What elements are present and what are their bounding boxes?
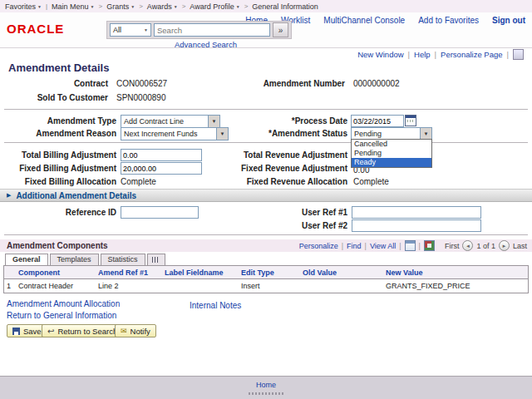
breadcrumb-item-grants[interactable]: Grants▼ [106, 2, 135, 11]
additional-details-section-header[interactable]: ▶ Additional Amendment Details [0, 189, 532, 202]
help-link[interactable]: Help [414, 50, 431, 59]
chevron-down-icon: ▼ [174, 4, 178, 9]
portal-footer: Home [0, 376, 532, 399]
sign-out-link[interactable]: Sign out [492, 16, 525, 25]
process-date-label: *Process Date [249, 116, 347, 126]
column-header-label-fieldname[interactable]: Label Fieldname [162, 266, 239, 279]
fixed-billing-adjustment-input[interactable] [121, 162, 202, 175]
search-go-button[interactable]: » [273, 22, 288, 37]
breadcrumb-favorites[interactable]: Favorites▼ [5, 2, 42, 11]
download-to-excel-icon[interactable] [424, 240, 435, 251]
view-all-link[interactable]: View All [370, 242, 396, 250]
portal-header: Home Worklist MultiChannel Console Add t… [0, 12, 532, 48]
total-billing-adjustment-input[interactable] [121, 149, 202, 161]
chevron-down-icon: ▼ [216, 128, 228, 140]
amendment-type-label: Amendment Type [17, 116, 116, 126]
column-header-new-value[interactable]: New Value [383, 266, 528, 279]
user-ref2-input[interactable] [352, 219, 481, 232]
personalize-link[interactable]: Personalize [299, 242, 338, 250]
breadcrumb-separator: > [244, 2, 249, 10]
components-grid: Component Amend Ref #1 Label Fieldname E… [3, 265, 529, 293]
first-row-icon[interactable]: ◄ [462, 240, 473, 251]
user-ref2-label: User Ref #2 [274, 221, 347, 230]
tab-templates[interactable]: Templates [50, 254, 99, 266]
footer-home-link[interactable]: Home [256, 381, 276, 389]
user-ref1-label: User Ref #1 [274, 208, 347, 217]
row-number-cell: 1 [4, 279, 16, 293]
reference-id-input[interactable] [121, 206, 199, 219]
calendar-icon[interactable] [405, 115, 416, 126]
return-arrow-icon: ↩ [47, 327, 54, 336]
chevron-down-icon: ▼ [37, 4, 42, 9]
search-scope-select[interactable]: All ▼ [110, 23, 151, 37]
last-row-icon[interactable]: ► [499, 240, 510, 251]
amendment-amount-allocation-link[interactable]: Amendment Amount Allocation [7, 299, 120, 308]
amendment-type-select[interactable]: Add Contract Line ▼ [121, 115, 220, 128]
component-cell: Contract Header [16, 279, 96, 293]
breadcrumb-item-general-information[interactable]: General Information [252, 2, 318, 11]
global-search-bar: All ▼ » [106, 21, 292, 39]
user-ref1-input[interactable] [352, 206, 481, 219]
personalize-page-link[interactable]: Personalize Page [441, 50, 502, 59]
divider [4, 234, 528, 235]
show-all-columns-icon[interactable] [147, 254, 165, 266]
column-header-amend-ref[interactable]: Amend Ref #1 [96, 266, 162, 279]
old-value-cell [300, 279, 383, 293]
status-option-pending[interactable]: Pending [352, 149, 431, 158]
separator: | [408, 50, 410, 59]
fixed-revenue-adjustment-label: Fixed Revenue Adjustment [233, 164, 347, 173]
contract-value: CON0006527 [116, 79, 167, 88]
chevron-down-icon: ▼ [131, 4, 135, 9]
multichannel-console-link[interactable]: MultiChannel Console [323, 16, 405, 25]
status-option-ready[interactable]: Ready [352, 158, 431, 167]
total-revenue-adjustment-label: Total Revenue Adjustment [233, 150, 347, 160]
total-billing-adjustment-label: Total Billing Adjustment [0, 150, 116, 160]
additional-details-title: Additional Amendment Details [16, 191, 136, 200]
column-header-old-value[interactable]: Old Value [300, 266, 383, 279]
first-label: First [445, 242, 460, 250]
divider [4, 109, 528, 110]
copy-url-icon[interactable] [513, 49, 524, 60]
column-header-component[interactable]: Component [16, 266, 96, 279]
fixed-billing-allocation-label: Fixed Billing Allocation [0, 177, 116, 186]
amendment-reason-select[interactable]: Next Increment Funds ▼ [121, 127, 229, 140]
fixed-billing-allocation-value: Complete [121, 177, 156, 186]
chevron-down-icon: ▼ [420, 128, 431, 140]
breadcrumb-item-award-profile[interactable]: Award Profile▼ [190, 2, 239, 11]
expand-arrow-icon[interactable]: ▶ [7, 192, 11, 199]
return-to-general-information-link[interactable]: Return to General Information [7, 311, 116, 320]
amend-ref-cell: Line 2 [96, 279, 162, 293]
breadcrumb-item-awards[interactable]: Awards▼ [147, 2, 178, 11]
components-tabs: General Templates Statistics [5, 254, 165, 266]
envelope-icon: ✉ [121, 327, 127, 335]
amendment-status-label: *Amendment Status [249, 129, 347, 138]
tab-statistics[interactable]: Statistics [101, 254, 145, 266]
breadcrumb-main-menu[interactable]: Main Menu▼ [52, 2, 94, 11]
breadcrumb-separator: | [46, 2, 47, 10]
internal-notes-link[interactable]: Internal Notes [190, 301, 241, 310]
amendment-components-title: Amendment Components [0, 241, 108, 250]
footer-grip [249, 392, 283, 395]
pagebar: New Window | Help | Personalize Page | [0, 48, 532, 60]
amendment-reason-label: Amendment Reason [17, 129, 116, 138]
chevron-down-icon: ▼ [144, 27, 148, 32]
oracle-logo: ORACLE [7, 22, 64, 36]
process-date-input[interactable] [351, 115, 404, 127]
new-window-link[interactable]: New Window [357, 50, 403, 59]
row-range: 1 of 1 [476, 242, 495, 250]
separator: | [419, 242, 421, 250]
find-link[interactable]: Find [347, 242, 362, 250]
search-input[interactable] [154, 23, 270, 37]
save-icon [12, 328, 20, 335]
add-to-favorites-link[interactable]: Add to Favorites [418, 16, 479, 25]
status-option-cancelled[interactable]: Cancelled [352, 140, 431, 149]
zoom-grid-icon[interactable] [405, 240, 416, 251]
breadcrumb-separator: > [182, 2, 186, 10]
chevron-down-icon: ▼ [208, 116, 219, 127]
sold-to-customer-value: SPN0000890 [116, 93, 166, 102]
notify-button[interactable]: ✉ Notify [115, 324, 156, 337]
contract-label: Contract [33, 79, 108, 88]
return-to-search-button[interactable]: ↩ Return to Search [42, 324, 123, 337]
tab-general[interactable]: General [5, 254, 48, 266]
column-header-edit-type[interactable]: Edit Type [239, 266, 300, 279]
